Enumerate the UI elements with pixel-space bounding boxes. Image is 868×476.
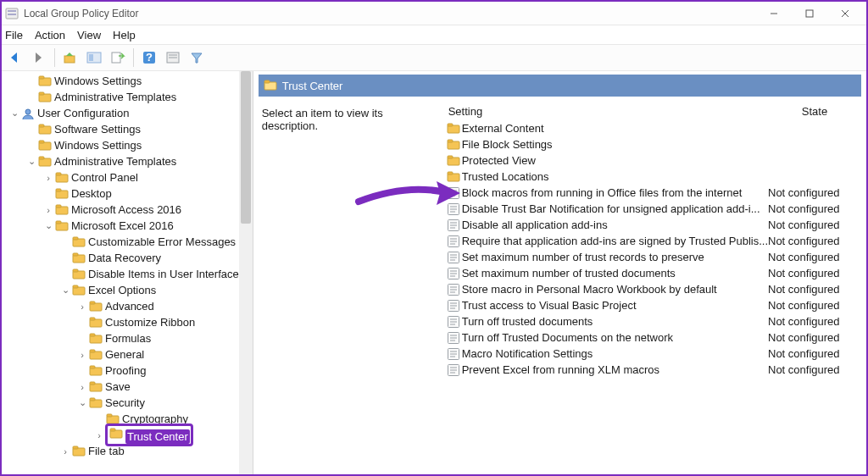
menu-help[interactable]: Help <box>113 29 136 42</box>
chevron-right-icon[interactable]: › <box>42 173 54 183</box>
settings-list[interactable]: Setting State External ContentFile Block… <box>445 102 861 469</box>
tree-node[interactable]: ›Save <box>2 379 253 395</box>
close-button[interactable] <box>827 4 863 23</box>
column-headers[interactable]: Setting State <box>445 102 861 120</box>
settings-row[interactable]: Set maximum number of trusted documentsN… <box>445 265 861 281</box>
folder-icon <box>37 123 53 136</box>
settings-row[interactable]: File Block Settings <box>445 136 861 152</box>
settings-row[interactable]: Trust access to Visual Basic ProjectNot … <box>445 297 861 313</box>
chevron-down-icon[interactable]: ⌄ <box>76 397 88 408</box>
selected-tree-node: Trust Center <box>105 423 193 446</box>
filter-button[interactable] <box>186 47 207 68</box>
properties-button[interactable] <box>163 47 183 68</box>
tree-node-label: Microsoft Access 2016 <box>71 203 181 216</box>
setting-name: Protected View <box>462 154 768 167</box>
tree-node[interactable]: Disable Items in User Interface <box>2 266 253 282</box>
chevron-right-icon[interactable]: › <box>93 430 105 440</box>
settings-row[interactable]: Trusted Locations <box>445 169 861 185</box>
folder-icon <box>88 396 103 410</box>
menu-file[interactable]: File <box>5 29 23 42</box>
tree-scrollbar[interactable] <box>239 71 253 474</box>
setting-icon <box>445 299 462 313</box>
tree-node[interactable]: ⌄Security <box>2 395 253 411</box>
tree-node[interactable]: Windows Settings <box>2 73 253 89</box>
setting-name: Set maximum number of trusted documents <box>462 267 768 280</box>
tree-node[interactable]: ⌄Microsoft Excel 2016 <box>2 218 253 234</box>
menu-view[interactable]: View <box>77 29 101 42</box>
titlebar[interactable]: Local Group Policy Editor <box>2 2 866 25</box>
svg-rect-18 <box>89 54 93 61</box>
chevron-down-icon[interactable]: ⌄ <box>25 156 37 167</box>
chevron-right-icon[interactable]: › <box>42 205 54 215</box>
settings-row[interactable]: Disable Trust Bar Notification for unsig… <box>445 201 861 217</box>
setting-name: Disable all application add-ins <box>462 219 768 231</box>
folder-icon <box>71 445 86 458</box>
tree-node[interactable]: Administrative Templates <box>2 89 253 105</box>
description-pane: Select an item to view its description. <box>259 102 445 469</box>
setting-name: Prevent Excel from running XLM macros <box>462 363 768 376</box>
settings-row[interactable]: Require that application add-ins are sig… <box>445 233 861 249</box>
settings-row[interactable]: Prevent Excel from running XLM macrosNot… <box>445 362 861 378</box>
tree-node-label: User Configuration <box>37 107 129 119</box>
forward-button[interactable] <box>29 47 49 68</box>
show-hide-button[interactable] <box>84 47 104 68</box>
settings-row[interactable]: Protected View <box>445 152 861 169</box>
tree-node[interactable]: Windows Settings <box>2 137 253 153</box>
col-setting[interactable]: Setting <box>445 105 768 118</box>
tree-node[interactable]: Customizable Error Messages <box>2 234 253 250</box>
tree-node[interactable]: ⌄Administrative Templates <box>2 153 253 169</box>
svg-rect-13 <box>806 10 813 17</box>
settings-row[interactable]: Block macros from running in Office file… <box>445 185 861 201</box>
help-button[interactable]: ? <box>139 47 159 68</box>
tree-node[interactable]: Customize Ribbon <box>2 314 253 330</box>
menu-action[interactable]: Action <box>35 29 65 42</box>
export-button[interactable] <box>108 47 128 68</box>
svg-rect-16 <box>64 56 75 63</box>
tree-node-label: Save <box>105 380 131 393</box>
tree-node[interactable]: Proofing <box>2 363 253 379</box>
tree-node[interactable]: ⌄User Configuration <box>2 105 253 121</box>
setting-name: File Block Settings <box>462 138 768 151</box>
tree-scrollbar-thumb[interactable] <box>241 71 251 224</box>
tree-node[interactable]: ›Microsoft Access 2016 <box>2 202 253 218</box>
window-title: Local Group Policy Editor <box>24 8 756 19</box>
tree-pane[interactable]: Windows SettingsAdministrative Templates… <box>2 71 253 474</box>
up-button[interactable] <box>60 47 81 68</box>
folder-icon <box>88 332 103 346</box>
chevron-down-icon[interactable]: ⌄ <box>59 285 71 296</box>
tree-node-label: Control Panel <box>71 171 138 184</box>
folder-icon <box>71 252 86 265</box>
tree-node[interactable]: Formulas <box>2 330 253 346</box>
chevron-down-icon[interactable]: ⌄ <box>8 108 20 119</box>
tree-node[interactable]: ›Advanced <box>2 298 253 314</box>
tree-node[interactable]: Data Recovery <box>2 250 253 266</box>
chevron-down-icon[interactable]: ⌄ <box>42 220 54 231</box>
tree-node-label: File tab <box>88 445 125 457</box>
tree-node[interactable]: ›Control Panel <box>2 169 253 185</box>
setting-state: Not configured <box>768 267 861 280</box>
settings-row[interactable]: Store macro in Personal Macro Workbook b… <box>445 281 861 297</box>
settings-row[interactable]: External Content <box>445 120 861 136</box>
chevron-right-icon[interactable]: › <box>76 350 88 360</box>
settings-row[interactable]: Turn off trusted documentsNot configured <box>445 313 861 329</box>
tree-node[interactable]: Software Settings <box>2 121 253 137</box>
folder-icon <box>88 364 103 378</box>
settings-row[interactable]: Turn off Trusted Documents on the networ… <box>445 329 861 346</box>
back-button[interactable] <box>5 47 25 68</box>
setting-name: Turn off trusted documents <box>462 315 768 328</box>
tree-node[interactable]: ›General <box>2 346 253 363</box>
tree-node-label: Trust Center <box>125 429 190 444</box>
col-state[interactable]: State <box>768 105 861 118</box>
chevron-right-icon[interactable]: › <box>76 302 88 312</box>
folder-icon <box>54 187 70 201</box>
minimize-button[interactable] <box>756 4 792 23</box>
tree-node[interactable]: ⌄Excel Options <box>2 282 253 298</box>
maximize-button[interactable] <box>792 4 827 23</box>
tree-node[interactable]: ›Trust Center <box>2 427 253 443</box>
settings-row[interactable]: Disable all application add-insNot confi… <box>445 217 861 233</box>
settings-row[interactable]: Macro Notification SettingsNot configure… <box>445 346 861 362</box>
tree-node[interactable]: Desktop <box>2 185 253 202</box>
chevron-right-icon[interactable]: › <box>59 446 71 457</box>
chevron-right-icon[interactable]: › <box>76 382 88 392</box>
settings-row[interactable]: Set maximum number of trust records to p… <box>445 249 861 265</box>
